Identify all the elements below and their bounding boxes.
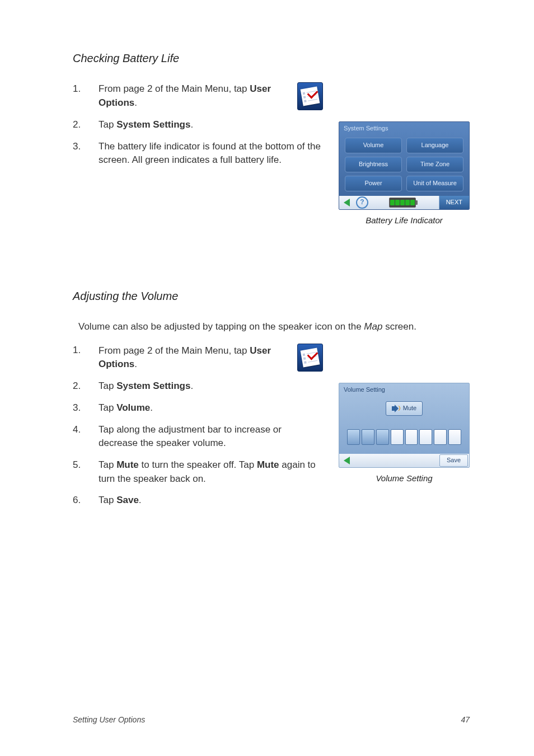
step-number: 3 — [73, 140, 83, 167]
btn-brightness[interactable]: Brightness — [345, 157, 402, 172]
step-text-part: . — [139, 495, 142, 505]
volume-slot[interactable] — [391, 429, 404, 445]
section-title-volume: Adjusting the Volume — [73, 288, 470, 304]
next-button[interactable]: NEXT — [439, 196, 469, 209]
step-text: Tap System Settings. — [99, 379, 323, 393]
btn-unit-of-measure[interactable]: Unit of Measure — [406, 176, 463, 191]
section-title-battery: Checking Battery Life — [73, 50, 470, 67]
step-text-part: Tap — [99, 459, 116, 470]
screen-title: System Settings — [339, 122, 469, 134]
btn-power[interactable]: Power — [345, 176, 402, 191]
page: Checking Battery Life 1 From page 2 of t… — [0, 0, 534, 756]
step: 1 From page 2 of the Main Menu, tap User… — [73, 344, 323, 372]
step-text-part: . — [150, 402, 153, 413]
step-text-part: Tap — [99, 119, 116, 130]
section1-figure-col: System Settings Volume Language Brightne… — [339, 82, 470, 227]
save-button[interactable]: Save — [439, 454, 468, 467]
step: 1 From page 2 of the Main Menu, tap User… — [73, 82, 323, 110]
volume-slot[interactable] — [347, 429, 360, 445]
step-bold: System Settings — [116, 381, 190, 391]
btn-time-zone[interactable]: Time Zone — [406, 157, 463, 172]
step-text: Tap Volume. — [99, 401, 323, 415]
speaker-icon — [392, 405, 400, 412]
step-number: 2 — [73, 379, 83, 393]
volume-body: Mute — [339, 398, 469, 454]
footer-page-number: 47 — [461, 714, 470, 725]
footer-section: Setting User Options — [73, 714, 145, 725]
step-bold: System Settings — [116, 119, 190, 130]
step: 3 Tap Volume. — [73, 401, 323, 415]
system-settings-bottom-bar: ? NEXT — [339, 196, 469, 209]
step-text-part: to turn the speaker off. Tap — [139, 459, 257, 470]
system-settings-grid: Volume Language Brightness Time Zone Pow… — [339, 134, 469, 196]
step-text-part: Tap — [99, 381, 116, 391]
volume-slot[interactable] — [419, 429, 432, 445]
step-text-part: . — [134, 97, 137, 108]
figure-caption: Volume Setting — [376, 472, 432, 485]
volume-slot[interactable] — [405, 429, 418, 445]
step-bold: Volume — [116, 402, 150, 413]
mute-button[interactable]: Mute — [386, 401, 423, 416]
volume-slot[interactable] — [376, 429, 389, 445]
figure-caption: Battery Life Indicator — [366, 214, 443, 227]
step-text: From page 2 of the Main Menu, tap User O… — [99, 344, 323, 372]
volume-slot[interactable] — [362, 429, 374, 445]
volume-slot[interactable] — [434, 429, 447, 445]
step-text-part: . — [190, 119, 193, 130]
btn-language[interactable]: Language — [406, 138, 463, 153]
btn-volume[interactable]: Volume — [345, 138, 402, 153]
section1-steps-col: 1 From page 2 of the Main Menu, tap User… — [73, 82, 323, 175]
step-number: 6 — [73, 494, 83, 508]
step-text-part: . — [190, 381, 193, 391]
section2-columns: 1 From page 2 of the Main Menu, tap User… — [73, 344, 470, 515]
user-options-icon — [297, 344, 323, 372]
step-text: Tap along the adjustment bar to increase… — [99, 423, 323, 450]
screen-title: Volume Setting — [339, 383, 469, 398]
step-text-part: Tap — [99, 402, 116, 413]
step-text: From page 2 of the Main Menu, tap User O… — [99, 82, 323, 110]
arrow-left-icon — [344, 199, 350, 206]
battery-life-indicator — [389, 198, 418, 208]
step-text-part: . — [134, 359, 137, 369]
step-text-part: From page 2 of the Main Menu, tap — [99, 345, 250, 356]
section2: Adjusting the Volume Volume can also be … — [73, 288, 470, 515]
step-bold: Mute — [116, 459, 139, 470]
volume-slider[interactable] — [347, 429, 461, 445]
step-bold: Save — [116, 495, 139, 505]
step-text: Tap System Settings. — [99, 118, 323, 132]
section1-columns: 1 From page 2 of the Main Menu, tap User… — [73, 82, 470, 227]
step: 2 Tap System Settings. — [73, 379, 323, 393]
volume-bottom-bar: Save — [339, 454, 469, 467]
section2-steps: 1 From page 2 of the Main Menu, tap User… — [73, 344, 323, 507]
step-text: Tap Save. — [99, 494, 323, 508]
intro-part: screen. — [382, 321, 416, 332]
step-text-part: Tap — [99, 495, 116, 505]
mute-label: Mute — [403, 404, 416, 413]
user-options-icon — [297, 82, 323, 110]
step: 5 Tap Mute to turn the speaker off. Tap … — [73, 458, 323, 486]
step: 4 Tap along the adjustment bar to increa… — [73, 423, 323, 450]
step: 3 The battery life indicator is found at… — [73, 140, 323, 167]
step-number: 4 — [73, 423, 83, 450]
help-button[interactable]: ? — [356, 196, 368, 209]
step-text-part: From page 2 of the Main Menu, tap — [99, 83, 250, 94]
back-button[interactable] — [339, 196, 354, 209]
step-number: 2 — [73, 118, 83, 132]
step-number: 1 — [73, 82, 83, 110]
section2-intro: Volume can also be adjusted by tapping o… — [78, 320, 470, 334]
step-number: 5 — [73, 458, 83, 486]
intro-part: Volume can also be adjusted by tapping o… — [78, 321, 364, 332]
step-text: The battery life indicator is found at t… — [99, 140, 323, 167]
arrow-left-icon — [344, 457, 350, 464]
step-text: Tap Mute to turn the speaker off. Tap Mu… — [99, 458, 323, 486]
page-footer: Setting User Options 47 — [73, 714, 470, 725]
section2-figure-col: Volume Setting Mute Save — [339, 344, 470, 485]
volume-slot[interactable] — [448, 429, 461, 445]
step-number: 3 — [73, 401, 83, 415]
system-settings-screen: System Settings Volume Language Brightne… — [339, 121, 470, 210]
step: 6 Tap Save. — [73, 494, 323, 508]
section1-steps: 1 From page 2 of the Main Menu, tap User… — [73, 82, 323, 167]
section2-steps-col: 1 From page 2 of the Main Menu, tap User… — [73, 344, 323, 515]
back-button[interactable] — [339, 454, 354, 467]
step-bold: Mute — [257, 459, 279, 470]
